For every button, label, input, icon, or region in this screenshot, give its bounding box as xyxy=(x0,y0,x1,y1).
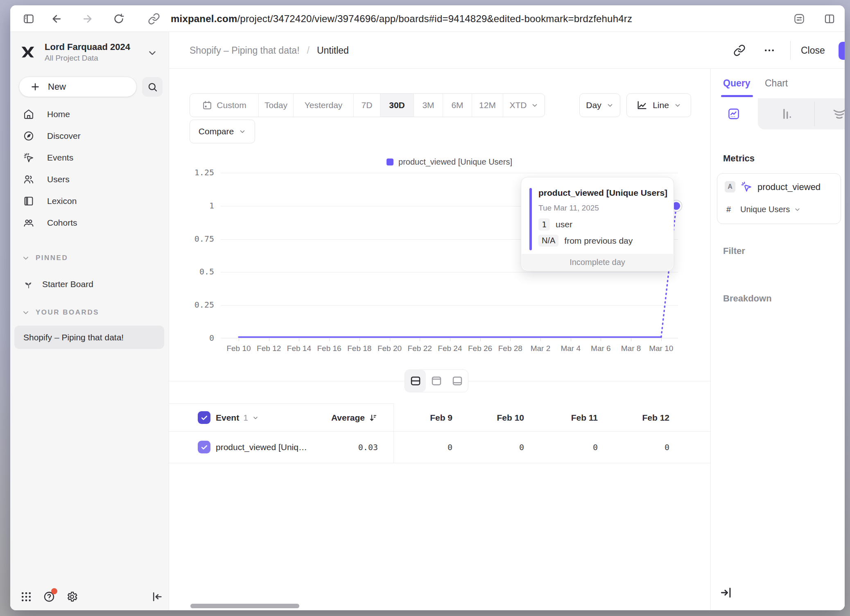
bar-chart-icon[interactable] xyxy=(780,106,794,121)
table-cell: 0 xyxy=(524,441,598,453)
metric-card[interactable]: A product_viewed # Unique Users xyxy=(717,173,841,224)
save-button[interactable] xyxy=(839,42,845,60)
table-event-header[interactable]: Event 1 xyxy=(216,411,259,424)
filter-section-header[interactable]: Filter xyxy=(723,246,745,256)
sidebar-item-starter-board[interactable]: Starter Board xyxy=(10,276,169,292)
range-today[interactable]: Today xyxy=(258,94,293,117)
split-view-icon[interactable] xyxy=(822,11,837,27)
metric-measure-dropdown[interactable]: Unique Users xyxy=(740,205,801,214)
select-all-checkbox[interactable] xyxy=(198,411,210,424)
chevron-down-icon xyxy=(252,414,259,421)
sidebar-toggle-icon[interactable] xyxy=(21,11,36,27)
back-icon[interactable] xyxy=(49,11,64,27)
cursor-spark-icon xyxy=(23,152,35,164)
legend-label: product_viewed [Unique Users] xyxy=(398,157,512,167)
close-button[interactable]: Close xyxy=(798,42,828,59)
horizontal-scrollbar[interactable] xyxy=(190,604,299,608)
range-label: 7D xyxy=(362,100,373,110)
range-label: Yesterday xyxy=(305,100,343,110)
tooltip-value-row: 1 user xyxy=(538,218,572,231)
sidebar-item-cohorts[interactable]: Cohorts xyxy=(10,212,169,233)
address-bar[interactable]: mixpanel.com/project/3472420/view/397469… xyxy=(171,5,632,32)
more-menu-icon[interactable] xyxy=(761,42,778,59)
search-button[interactable] xyxy=(142,77,163,97)
table-cell: 0 xyxy=(452,441,524,453)
sidebar-item-discover[interactable]: Discover xyxy=(10,125,169,147)
help-icon[interactable] xyxy=(42,590,56,604)
tab-chart[interactable]: Chart xyxy=(765,78,788,89)
settings-gear-icon[interactable] xyxy=(65,590,79,604)
y-tick-label: 0.5 xyxy=(169,267,214,276)
tab-query[interactable]: Query xyxy=(723,78,750,89)
measure-label: Unique Users xyxy=(740,205,790,214)
sliders-icon[interactable] xyxy=(791,11,807,27)
forward-icon[interactable] xyxy=(80,11,95,27)
compare-dropdown[interactable]: Compare xyxy=(190,120,255,143)
mixpanel-logo-icon xyxy=(19,43,36,61)
sidebar-footer xyxy=(10,584,169,610)
your-boards-header-label: YOUR BOARDS xyxy=(36,308,99,317)
range-30d-active[interactable]: 30D xyxy=(380,94,414,117)
row-checkbox[interactable] xyxy=(198,441,210,453)
range-12m[interactable]: 12M xyxy=(472,94,503,117)
table-column-header[interactable]: Feb 9 xyxy=(393,411,452,424)
sidebar-item-lexicon[interactable]: Lexicon xyxy=(10,190,169,212)
collapse-panel-icon[interactable] xyxy=(719,586,733,600)
sidebar: Lord Farquaad 2024 All Project Data New … xyxy=(10,32,169,610)
breadcrumb-page[interactable]: Untitled xyxy=(317,45,349,56)
range-6m[interactable]: 6M xyxy=(443,94,472,117)
new-button[interactable]: New xyxy=(19,77,136,97)
reload-icon[interactable] xyxy=(111,11,127,27)
y-tick-label: 1.25 xyxy=(169,168,214,177)
chevron-down-icon xyxy=(239,128,246,135)
table-cell: 0 xyxy=(598,441,669,453)
metric-event-name[interactable]: product_viewed xyxy=(757,182,821,192)
project-switcher[interactable]: Lord Farquaad 2024 All Project Data xyxy=(18,40,162,66)
board-link-label: Starter Board xyxy=(42,279,93,289)
chart-legend[interactable]: product_viewed [Unique Users] xyxy=(221,157,678,167)
copy-link-icon[interactable] xyxy=(731,42,748,59)
sidebar-item-label: Cohorts xyxy=(47,218,77,228)
active-tab-underline xyxy=(721,95,753,97)
layout-chart-only-button[interactable] xyxy=(426,370,447,392)
flows-icon[interactable] xyxy=(832,106,845,121)
layout-table-only-button[interactable] xyxy=(447,370,468,392)
table-column-header[interactable]: Feb 11 xyxy=(524,411,598,424)
browser-window: mixpanel.com/project/3472420/view/397469… xyxy=(10,5,845,610)
pinned-header-label: PINNED xyxy=(36,254,68,262)
pinned-section-header[interactable]: PINNED xyxy=(10,251,169,265)
range-7d[interactable]: 7D xyxy=(353,94,380,117)
report-header: Shopify – Piping that data! / Untitled C… xyxy=(169,32,845,69)
granularity-label: Day xyxy=(586,100,601,110)
y-tick-label: 0.75 xyxy=(169,234,214,244)
table-cell: 0 xyxy=(393,441,452,453)
range-3m[interactable]: 3M xyxy=(414,94,443,117)
your-boards-section-header[interactable]: YOUR BOARDS xyxy=(10,305,169,320)
range-yesterday[interactable]: Yesterday xyxy=(293,94,353,117)
granularity-dropdown[interactable]: Day xyxy=(579,93,620,117)
breakdown-section-header[interactable]: Breakdown xyxy=(723,293,772,304)
table-average-header[interactable]: Average xyxy=(292,411,378,424)
x-tick-mark xyxy=(390,338,390,341)
chart-type-dropdown[interactable]: Line xyxy=(626,93,691,117)
apps-grid-icon[interactable] xyxy=(19,590,33,604)
sidebar-item-events[interactable]: Events xyxy=(10,147,169,168)
table-column-header[interactable]: Feb 10 xyxy=(452,411,524,424)
sidebar-item-home[interactable]: Home xyxy=(10,103,169,125)
plus-icon xyxy=(30,82,41,92)
layout-split-view-button[interactable] xyxy=(405,370,426,392)
x-tick-mark xyxy=(359,338,360,341)
range-custom[interactable]: Custom xyxy=(190,94,258,117)
sort-icon xyxy=(368,413,378,423)
table-column-header[interactable]: Feb 12 xyxy=(598,411,669,424)
chart-tooltip: product_viewed [Unique Users] Tue Mar 11… xyxy=(521,177,674,271)
sidebar-item-label: Users xyxy=(47,174,70,184)
sidebar-item-board-shopify[interactable]: Shopify – Piping that data! xyxy=(14,326,164,349)
chevron-down-icon xyxy=(22,308,30,317)
insights-icon[interactable] xyxy=(726,106,741,121)
page-link-icon[interactable] xyxy=(146,11,162,27)
range-xtd[interactable]: XTD xyxy=(503,94,545,117)
collapse-sidebar-icon[interactable] xyxy=(150,590,164,604)
sidebar-item-users[interactable]: Users xyxy=(10,168,169,190)
breadcrumb-board[interactable]: Shopify – Piping that data! xyxy=(190,45,300,56)
